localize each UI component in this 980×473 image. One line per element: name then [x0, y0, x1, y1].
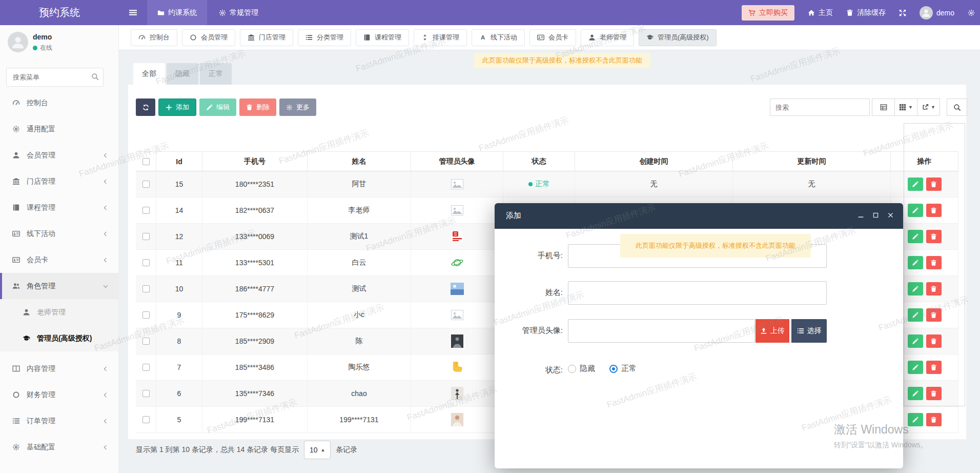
sidebar-item-9[interactable]: 内容管理: [0, 356, 118, 382]
open-tab-2[interactable]: 会员管理: [182, 29, 235, 46]
filter-tab-1[interactable]: 全部: [133, 63, 165, 85]
open-tab-1[interactable]: 控制台: [131, 29, 177, 46]
sidebar-item-11[interactable]: 订单管理: [0, 408, 118, 434]
navbar-tab-1[interactable]: 约课系统: [147, 0, 207, 25]
toggle-view-button[interactable]: [872, 98, 895, 116]
row-checkbox[interactable]: [142, 364, 150, 371]
sidebar-item-12[interactable]: 基础配置: [0, 434, 118, 460]
sidebar-item-1[interactable]: 控制台: [0, 90, 118, 116]
table-search-input[interactable]: [770, 98, 870, 116]
select-all-checkbox[interactable]: [142, 158, 150, 165]
row-delete-button[interactable]: [926, 256, 942, 269]
row-edit-button[interactable]: [908, 256, 923, 269]
row-edit-button[interactable]: [908, 178, 923, 191]
row-edit-button[interactable]: [908, 282, 923, 295]
sidebar-subitem-1[interactable]: 老师管理: [0, 299, 118, 325]
clear-cache-button[interactable]: 清除缓存: [846, 8, 886, 17]
fullscreen-button[interactable]: [899, 9, 906, 16]
row-delete-button[interactable]: [926, 282, 942, 295]
admin-avatar-dark-photo[interactable]: [451, 334, 463, 348]
maximize-icon[interactable]: [872, 212, 879, 219]
add-button[interactable]: 添加: [158, 98, 196, 116]
row-delete-button[interactable]: [926, 361, 942, 374]
row-edit-button[interactable]: [908, 204, 923, 217]
status-radio-1[interactable]: 隐藏: [568, 364, 595, 373]
row-checkbox[interactable]: [142, 259, 150, 266]
row-delete-button[interactable]: [926, 413, 942, 426]
sidebar-item-4[interactable]: 门店管理: [0, 168, 118, 194]
sidebar-subitem-2[interactable]: 管理员(高级授权): [0, 325, 118, 351]
user-menu[interactable]: demo: [920, 6, 954, 19]
sidebar-item-2[interactable]: 通用配置: [0, 116, 118, 142]
sidebar-item-5[interactable]: 课程管理: [0, 194, 118, 221]
admin-avatar-person-photo[interactable]: [451, 413, 463, 426]
open-tab-6[interactable]: 排课管理: [414, 29, 467, 46]
row-checkbox[interactable]: [142, 390, 150, 397]
minimize-icon[interactable]: [858, 212, 864, 219]
admin-avatar-blue-photo[interactable]: [451, 283, 464, 295]
sidebar-item-label: 课程管理: [27, 203, 55, 212]
row-delete-button[interactable]: [926, 178, 942, 191]
edit-button[interactable]: 编辑: [199, 98, 236, 116]
row-edit-button[interactable]: [908, 334, 923, 348]
export-button[interactable]: ▼: [917, 98, 940, 116]
row-edit-button[interactable]: [908, 230, 923, 243]
dialog-header[interactable]: 添加: [495, 203, 903, 229]
name-input[interactable]: [568, 281, 827, 305]
home-button[interactable]: 主页: [808, 8, 833, 17]
sidebar-item-10[interactable]: 财务管理: [0, 382, 118, 408]
open-tab-7[interactable]: A线下活动: [472, 29, 525, 46]
row-delete-button[interactable]: [926, 308, 942, 322]
admin-avatar-red-logo[interactable]: [451, 230, 464, 243]
page-size-select[interactable]: 10 ▲: [304, 441, 331, 459]
row-checkbox[interactable]: [142, 285, 150, 292]
open-tab-5[interactable]: 课程管理: [356, 29, 409, 46]
sidebar-item-8[interactable]: 角色管理: [0, 273, 118, 299]
navbar-tab-2[interactable]: 常规管理: [209, 0, 269, 25]
open-tab-10[interactable]: 管理员(高级授权): [639, 29, 717, 46]
row-edit-button[interactable]: [908, 308, 923, 322]
avatar-input[interactable]: [568, 319, 755, 343]
admin-avatar-green-planet[interactable]: [451, 256, 464, 269]
sidebar-item-7[interactable]: 会员卡: [0, 247, 118, 273]
row-checkbox[interactable]: [142, 181, 150, 188]
buy-now-button[interactable]: 立即购买: [742, 5, 794, 21]
filter-tab-2[interactable]: 隐藏: [167, 63, 198, 85]
status-radio-2[interactable]: 正常: [609, 364, 637, 373]
refresh-button[interactable]: [136, 98, 155, 116]
sidebar-item-6[interactable]: 线下活动: [0, 221, 118, 247]
admin-avatar-broken-image[interactable]: [451, 310, 463, 320]
open-tab-3[interactable]: 门店管理: [240, 29, 293, 46]
open-tab-9[interactable]: 老师管理: [581, 29, 634, 46]
admin-avatar-broken-image[interactable]: [451, 179, 463, 189]
filter-tab-3[interactable]: 正常: [200, 63, 232, 85]
admin-avatar-broken-image[interactable]: [451, 205, 463, 215]
row-edit-button[interactable]: [908, 361, 923, 374]
row-checkbox[interactable]: [142, 233, 150, 240]
row-checkbox[interactable]: [142, 311, 150, 319]
row-delete-button[interactable]: [926, 230, 942, 243]
row-delete-button[interactable]: [926, 334, 942, 348]
open-tab-8[interactable]: 会员卡: [529, 29, 576, 46]
sidebar-item-3[interactable]: 会员管理: [0, 142, 118, 168]
row-checkbox[interactable]: [142, 416, 150, 423]
row-delete-button[interactable]: [926, 204, 942, 217]
delete-button[interactable]: 删除: [239, 98, 276, 116]
upload-button[interactable]: 上传: [756, 319, 789, 343]
admin-avatar-figure-photo[interactable]: [451, 387, 463, 400]
open-tab-4[interactable]: 分类管理: [298, 29, 351, 46]
search-toggle-button[interactable]: [947, 98, 967, 116]
columns-button[interactable]: ▼: [894, 98, 917, 116]
row-edit-button[interactable]: [908, 387, 923, 400]
choose-button[interactable]: 选择: [791, 319, 827, 343]
row-checkbox[interactable]: [142, 338, 150, 345]
row-edit-button[interactable]: [908, 413, 923, 426]
more-button[interactable]: 更多: [279, 98, 316, 116]
settings-button[interactable]: [968, 9, 975, 16]
sidebar-toggle-button[interactable]: [119, 0, 147, 25]
row-delete-button[interactable]: [926, 387, 942, 400]
menu-search-input[interactable]: [6, 68, 104, 87]
admin-avatar-yellow-hand[interactable]: [451, 361, 464, 374]
close-icon[interactable]: [887, 212, 894, 219]
row-checkbox[interactable]: [142, 207, 150, 214]
